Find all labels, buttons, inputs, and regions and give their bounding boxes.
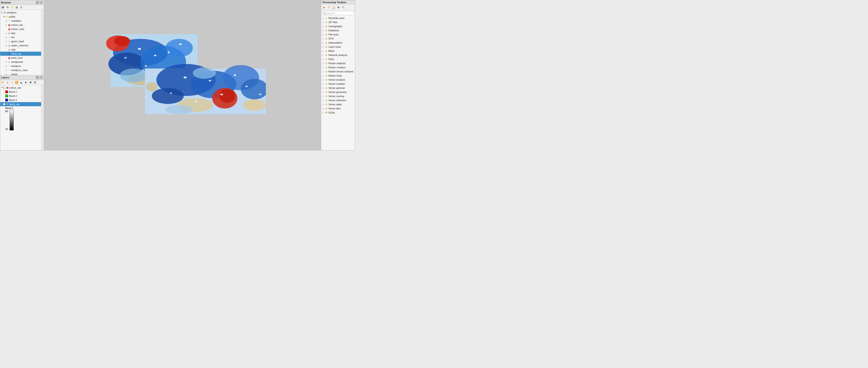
toolbox-item-12[interactable]: ▷⚙Raster creation — [321, 65, 355, 69]
browser-collapse-btn[interactable]: ⊟ — [14, 5, 19, 9]
wind-ras-checkbox[interactable] — [3, 103, 5, 105]
toolbox-search-box[interactable]: 🔍 Search... — [322, 11, 354, 15]
toolbox-item-6[interactable]: ▷⚙Interpolation — [321, 41, 355, 45]
toolbox-item-7[interactable]: ▷⚙Layer tools — [321, 45, 355, 49]
browser-tree-item-4[interactable]: ▦colour_ras2 — [0, 27, 41, 31]
toolbox-item-14[interactable]: ▷⚙Raster tools — [321, 74, 355, 78]
layers-close-btn[interactable]: ✕ — [40, 76, 43, 79]
toolbox-arrow-2: ▷ — [322, 25, 324, 27]
toolbox-label-10: Plots — [329, 58, 334, 60]
svg-rect-10 — [138, 48, 141, 50]
toolbox-settings-btn[interactable]: ⚙ — [336, 5, 341, 9]
layer-wind-ras[interactable]: ✦ wind_ras — [0, 102, 41, 106]
toolbox-item-16[interactable]: ▷⚙Vector creation — [321, 82, 355, 86]
layers-float-btn[interactable]: ⊞ — [36, 76, 39, 79]
browser-tree-item-3[interactable]: ▷▦colour_ras — [0, 23, 41, 27]
toolbox-item-15[interactable]: ▷⚙Vector analysis — [321, 78, 355, 82]
browser-tree-item-13[interactable]: ▷〰windproc — [0, 64, 41, 68]
toolbox-item-13[interactable]: ▷⚙Raster terrain analysis — [321, 69, 355, 74]
browser-tree-item-14[interactable]: ▷〰windproc_view — [0, 68, 41, 72]
toolbox-run-btn[interactable]: ▶ — [322, 5, 326, 9]
browser-float-btn[interactable]: ⊞ — [36, 1, 39, 4]
layers-panel: Layers ⊞ ✕ 📂 + − 🔽 ▲ ▼ ⊞ ⊟ ▼ ▦ — [0, 75, 44, 151]
toolbox-item-20[interactable]: ▷⚙Vector selection — [321, 98, 355, 102]
map-lower-block — [145, 64, 266, 114]
layers-down-btn[interactable]: ▼ — [24, 80, 28, 85]
layers-open-btn[interactable]: 📂 — [1, 80, 5, 85]
colour-ras-checkbox[interactable] — [3, 87, 5, 89]
toolbox-results-btn[interactable]: 📋 — [332, 5, 336, 9]
layers-remove-btn[interactable]: − — [10, 80, 14, 85]
toolbox-label-5: GPS — [329, 37, 334, 40]
browser-tree-item-9[interactable]: ▤rtab — [0, 48, 41, 52]
toolbox-item-5[interactable]: ▷⚙GPS — [321, 36, 355, 41]
browser-refresh-btn[interactable]: ↻ — [5, 5, 9, 9]
tree-icon-3: ▦ — [7, 23, 11, 27]
layers-scrollbar[interactable] — [41, 85, 44, 150]
toolbox-item-8[interactable]: ▷⚙Mesh — [321, 49, 355, 53]
tree-icon-6: 〰 — [7, 36, 11, 39]
main-map-area[interactable] — [44, 0, 321, 150]
toolbox-item-11[interactable]: ▷⚙Raster analysis — [321, 61, 355, 65]
svg-rect-11 — [154, 55, 156, 56]
toolbox-item-2[interactable]: ▷⚙Cartography — [321, 24, 355, 28]
toolbox-toolbar: ▶ ⏱ 📋 ⚙ 🔧 — [321, 5, 355, 10]
browser-tree-item-12[interactable]: ▷●windpoints — [0, 60, 41, 64]
browser-tree-item-2[interactable]: ▷〰coastline — [0, 19, 41, 23]
browser-tree-item-0[interactable]: ▼🗄windproc — [0, 10, 41, 15]
browser-tree-item-8[interactable]: ▷▤raster_columns — [0, 44, 41, 48]
tree-arrow-0: ▼ — [1, 12, 3, 14]
browser-filter-btn[interactable]: ⚡ — [10, 5, 14, 9]
toolbox-icon-7: ⚙ — [324, 45, 328, 49]
toolbox-item-19[interactable]: ▷⚙Vector overlay — [321, 94, 355, 98]
toolbox-item-10[interactable]: ▷⚙Plots — [321, 57, 355, 61]
toolbox-history-btn[interactable]: ⏱ — [327, 5, 331, 9]
toolbox-icon-14: ⚙ — [324, 74, 328, 77]
toolbox-arrow-6: ▷ — [322, 42, 324, 44]
toolbox-item-1[interactable]: ▷⚙3D Tiles — [321, 20, 355, 24]
toolbox-arrow-3: ▷ — [322, 29, 324, 31]
browser-close-btn[interactable]: ✕ — [40, 1, 43, 4]
layers-up-btn[interactable]: ▲ — [19, 80, 23, 85]
toolbox-label-8: Mesh — [329, 50, 335, 52]
layer-colour-ras[interactable]: ▼ ▦ colour_ras — [0, 86, 41, 90]
colour-ras-icon: ▦ — [6, 86, 9, 89]
tree-icon-9: ▤ — [7, 48, 11, 51]
browser-tree-item-5[interactable]: ▷▤dap — [0, 31, 41, 35]
layers-ungroup-btn[interactable]: ⊟ — [33, 80, 37, 85]
toolbox-icon-21: ⚙ — [324, 103, 328, 106]
browser-tree-item-15[interactable]: ▷〰windv — [0, 72, 41, 75]
toolbox-item-21[interactable]: ▷⚙Vector table — [321, 102, 355, 107]
layers-title: Layers — [1, 76, 9, 79]
browser-info-btn[interactable]: ℹ — [19, 5, 23, 9]
layers-group-btn[interactable]: ⊞ — [28, 80, 32, 85]
browser-scrollbar[interactable] — [41, 10, 44, 75]
toolbox-item-3[interactable]: ▷⚙Database — [321, 28, 355, 32]
browser-tree-item-10[interactable]: ✦wind_ras — [0, 52, 41, 56]
toolbox-item-18[interactable]: ▷⚙Vector geometry — [321, 90, 355, 94]
browser-tree-item-6[interactable]: ▷〰foo — [0, 35, 41, 39]
toolbox-item-9[interactable]: ▷⚙Network analysis — [321, 53, 355, 57]
toolbox-icon-9: ⚙ — [324, 53, 328, 57]
toolbox-help-btn[interactable]: 🔧 — [341, 5, 345, 9]
toolbox-item-17[interactable]: ▷⚙Vector general — [321, 86, 355, 90]
toolbox-item-22[interactable]: ▷⚙Vector tiles — [321, 107, 355, 111]
browser-tree-item-11[interactable]: ▦wind_ras2 — [0, 56, 41, 60]
toolbox-icon-17: ⚙ — [324, 86, 328, 89]
toolbox-label-2: Cartography — [329, 25, 342, 28]
layers-filter-btn[interactable]: 🔽 — [14, 80, 19, 85]
toolbox-label-21: Vector table — [329, 103, 342, 106]
toolbox-titlebar: Processing Toolbox — [321, 0, 355, 5]
toolbox-arrow-7: ▷ — [322, 46, 324, 48]
browser-tree-item-1[interactable]: ▼📁public — [0, 15, 41, 19]
toolbox-arrow-20: ▷ — [322, 100, 324, 102]
toolbox-item-23[interactable]: ▷🗺GDAL — [321, 111, 355, 115]
toolbox-item-0[interactable]: ▷⏱Recently used — [321, 16, 355, 20]
browser-tree-item-7[interactable]: ▷⬡geom_hack — [0, 39, 41, 44]
map-canvas[interactable] — [99, 34, 266, 116]
tree-arrow-6: ▷ — [5, 36, 7, 38]
browser-add-btn[interactable]: ➕ — [1, 5, 5, 9]
colour-ras-label: colour_ras — [9, 86, 21, 89]
layers-add-btn[interactable]: + — [5, 80, 9, 85]
toolbox-item-4[interactable]: ▷⚙File tools — [321, 32, 355, 36]
